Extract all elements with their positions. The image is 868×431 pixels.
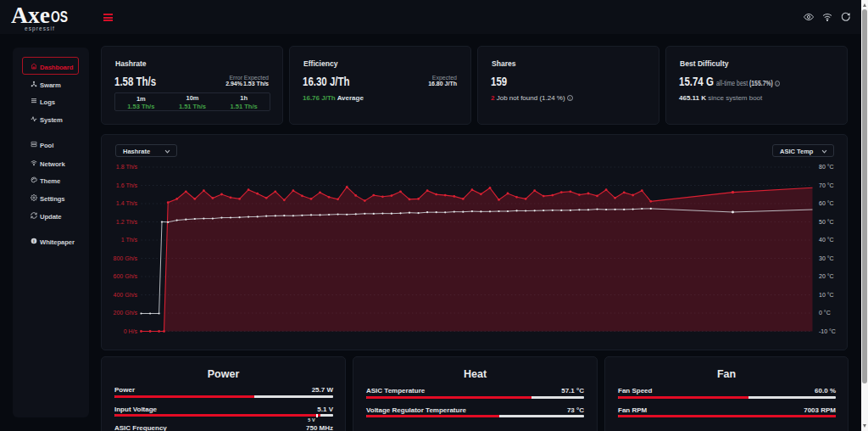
svg-text:i: i <box>33 239 34 243</box>
svg-text:OS: OS <box>51 8 68 25</box>
svg-text:Axe: Axe <box>11 3 50 27</box>
